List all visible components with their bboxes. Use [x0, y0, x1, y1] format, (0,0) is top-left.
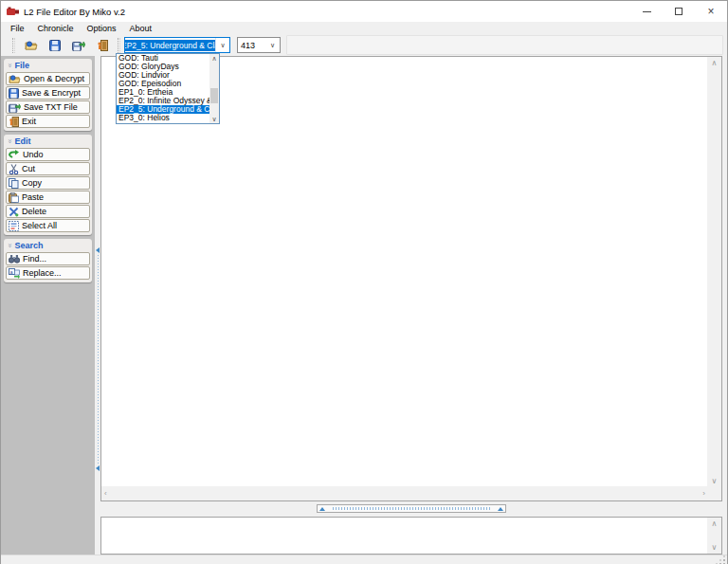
sidebar-group-file-header[interactable]: » File: [6, 60, 90, 71]
close-button[interactable]: ×: [695, 1, 727, 22]
exit-toolbar-button[interactable]: [90, 35, 114, 55]
splitter-collapse-arrow-icon[interactable]: [96, 465, 100, 471]
menu-options[interactable]: Options: [81, 23, 123, 34]
open-folder-icon: [9, 74, 21, 84]
chronicle-combobox[interactable]: EP2_5: Underground & Classic ∨: [124, 37, 230, 53]
dropdown-item[interactable]: EP3_0: Helios: [117, 114, 209, 122]
sidebar-item-replace[interactable]: a Replace...: [6, 266, 90, 280]
toolbar: EP2_5: Underground & Classic ∨ 413 ∨: [1, 34, 727, 56]
status-bar: [1, 555, 727, 564]
sidebar-group-edit-header[interactable]: » Edit: [6, 136, 90, 147]
sidebar-item-label: Copy: [22, 178, 42, 188]
chronicle-dropdown-items: GOD: Tauti GOD: GloryDays GOD: Lindvior …: [117, 54, 209, 123]
dropdown-item[interactable]: GOD: Epeisodion: [117, 80, 209, 88]
chevron-down-icon[interactable]: ∨: [265, 38, 280, 52]
scroll-left-icon[interactable]: ‹: [101, 487, 110, 500]
splitter-dots[interactable]: [333, 507, 490, 510]
collapse-chevron-icon: »: [6, 64, 13, 67]
dropdown-item[interactable]: EP2_0: Infinite Odyssey & Classic: [117, 97, 209, 105]
toolbar-gripper-2[interactable]: [118, 38, 120, 53]
sidebar-item-paste[interactable]: Paste: [6, 191, 90, 204]
sidebar-item-delete[interactable]: Delete: [6, 205, 90, 218]
sidebar-item-cut[interactable]: Cut: [6, 162, 90, 175]
splitter-collapse-arrow-icon[interactable]: [498, 507, 503, 511]
save-txt-icon: [9, 102, 21, 113]
undo-arrow-icon: [9, 150, 20, 160]
scroll-right-icon[interactable]: ›: [700, 487, 708, 500]
sidebar-group-title: File: [14, 61, 29, 70]
sidebar-item-select-all[interactable]: Select All: [6, 219, 90, 232]
sidebar-item-label: Delete: [22, 207, 46, 216]
minimize-icon: [643, 11, 651, 12]
scroll-up-icon[interactable]: ∧: [211, 54, 216, 63]
toolbar-empty-band: [286, 35, 723, 55]
dropdown-item[interactable]: GOD: Lindvior: [117, 71, 209, 80]
delete-x-icon: [9, 207, 19, 217]
replace-icon: a: [9, 268, 20, 279]
close-icon: ×: [707, 7, 714, 16]
vertical-splitter-grip[interactable]: [96, 255, 100, 464]
sidebar-group-search: » Search Find... a: [4, 239, 92, 282]
dropdown-scrollbar[interactable]: ∧ ∨: [209, 54, 219, 123]
log-vertical-scrollbar[interactable]: ∧ ∨: [707, 518, 721, 554]
version-combobox[interactable]: 413 ∨: [237, 37, 281, 53]
splitter-collapse-arrow-icon[interactable]: [319, 507, 325, 511]
content-area: » File Open & Decrypt: [1, 56, 727, 555]
sidebar-item-label: Save TXT File: [24, 102, 78, 112]
chronicle-combobox-edit[interactable]: EP2_5: Underground & Classic: [125, 38, 215, 52]
sidebar-group-file: » File Open & Decrypt: [4, 59, 92, 131]
sidebar-item-save-encrypt[interactable]: Save & Encrypt: [6, 86, 90, 100]
dropdown-item[interactable]: GOD: GloryDays: [117, 63, 209, 71]
sidebar-item-find[interactable]: Find...: [6, 252, 90, 265]
resize-grip-icon[interactable]: [716, 555, 725, 564]
sidebar-item-save-txt[interactable]: Save TXT File: [6, 100, 90, 114]
sidebar-group-search-header[interactable]: » Search: [6, 240, 90, 251]
app-window: L2 File Editor By Miko v.2 × File Chroni…: [0, 0, 728, 564]
scrollbar-thumb[interactable]: [210, 88, 218, 103]
save-txt-icon: [72, 40, 85, 51]
menu-chronicle[interactable]: Chronicle: [31, 23, 81, 34]
sidebar-item-label: Save & Encrypt: [22, 88, 81, 98]
horizontal-splitter-grip[interactable]: [317, 504, 506, 513]
menu-file[interactable]: File: [4, 23, 31, 34]
scroll-down-icon[interactable]: ∨: [709, 541, 720, 554]
chevron-down-icon[interactable]: ∨: [215, 38, 229, 52]
title-bar: L2 File Editor By Miko v.2 ×: [1, 1, 727, 22]
splitter-collapse-arrow-icon[interactable]: [96, 247, 100, 253]
chronicle-combobox-value: EP2_5: Underground & Classic: [125, 40, 215, 51]
dropdown-item[interactable]: EP1_0: Ertheia: [117, 88, 209, 97]
sidebar-group-title: Edit: [14, 136, 30, 146]
sidebar-item-copy[interactable]: Copy: [6, 176, 90, 190]
dropdown-item[interactable]: EP2_5: Underground & Classic: [117, 105, 209, 114]
save-floppy-icon: [49, 40, 61, 51]
sidebar-item-label: Open & Decrypt: [24, 74, 84, 83]
sidebar-item-undo[interactable]: Undo: [6, 148, 90, 161]
scroll-up-icon[interactable]: ∧: [709, 518, 720, 530]
collapse-chevron-icon: »: [6, 139, 13, 143]
scroll-up-icon[interactable]: ∧: [709, 57, 720, 69]
toolbar-gripper[interactable]: [12, 38, 15, 53]
select-all-icon: [9, 221, 19, 231]
editor-vertical-scrollbar[interactable]: ∧ ∨: [707, 57, 721, 487]
dropdown-item[interactable]: GOD: Tauti: [117, 54, 209, 63]
log-text-area[interactable]: ∧ ∨: [100, 517, 722, 555]
sidebar-item-label: Replace...: [23, 268, 62, 278]
open-decrypt-toolbar-button[interactable]: [19, 35, 43, 55]
sidebar-item-label: Paste: [22, 192, 44, 202]
horizontal-splitter[interactable]: [100, 501, 722, 517]
editor-horizontal-scrollbar[interactable]: ‹ ›: [101, 486, 708, 500]
scroll-down-icon[interactable]: ∨: [211, 115, 216, 123]
save-encrypt-toolbar-button[interactable]: [43, 35, 66, 55]
menu-about[interactable]: About: [123, 23, 159, 34]
sidebar-item-exit[interactable]: Exit: [6, 115, 90, 128]
menu-bar: File Chronicle Options About: [1, 22, 727, 34]
sidebar-item-open-decrypt[interactable]: Open & Decrypt: [6, 72, 90, 85]
minimize-button[interactable]: [630, 1, 663, 22]
maximize-button[interactable]: [663, 1, 695, 22]
exit-door-icon: [9, 117, 19, 127]
scrollbar-corner: [708, 487, 721, 500]
scroll-down-icon[interactable]: ∨: [709, 475, 720, 487]
version-combobox-edit[interactable]: 413: [238, 38, 265, 52]
save-txt-toolbar-button[interactable]: [66, 35, 90, 55]
copy-pages-icon: [9, 178, 19, 189]
